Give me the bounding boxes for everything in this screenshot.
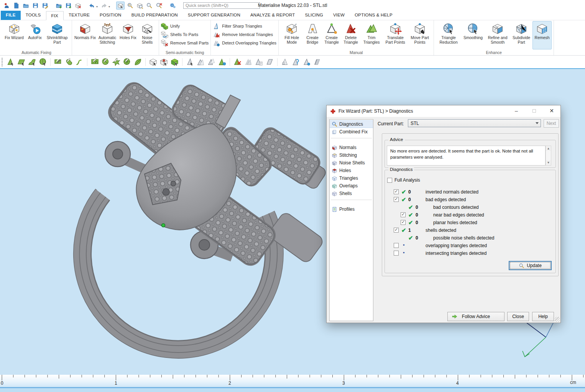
tab-support-generation[interactable]: SUPPORT GENERATION <box>183 11 245 20</box>
dialog-resize-grip[interactable] <box>555 317 560 322</box>
automatic-stitching-button[interactable]: Automatic Stitching <box>96 21 118 49</box>
mark-plane-icon[interactable] <box>17 57 26 66</box>
create-bridge-button[interactable]: Create Bridge <box>303 21 322 49</box>
tab-position[interactable]: POSITION <box>95 11 127 20</box>
dialog-titlebar[interactable]: Fix Wizard (Part: STL) > Diagnostics – ✕ <box>327 105 560 117</box>
translate-part-points-button[interactable]: Translate Part Points <box>383 21 408 49</box>
noise-shells-button[interactable]: Noise Shells <box>138 21 157 49</box>
smoothing-button[interactable]: Smoothing <box>461 21 485 49</box>
rectangle-marking-icon[interactable] <box>54 57 62 66</box>
open-file-icon[interactable] <box>21 2 30 10</box>
row-checkbox[interactable] <box>401 212 406 217</box>
unify-button[interactable]: Unify <box>161 22 209 30</box>
select-green-part-icon[interactable] <box>170 57 179 66</box>
zoom-part-icon[interactable] <box>135 2 144 10</box>
nav-triangles[interactable]: Triangles <box>330 174 373 182</box>
hole-outline-icon[interactable] <box>281 57 289 66</box>
nav-combined-fix[interactable]: Combined Fix <box>330 128 373 136</box>
row-checkbox[interactable] <box>394 251 399 256</box>
nav-overlaps[interactable]: Overlaps <box>330 182 373 190</box>
mark-surface-icon[interactable] <box>28 57 36 66</box>
help-button[interactable]: Help <box>532 312 554 321</box>
tab-slicing[interactable]: SLICING <box>300 11 328 20</box>
mark-triangle-icon[interactable] <box>6 57 15 66</box>
update-button[interactable]: Update <box>509 261 552 270</box>
flip-plane-icon[interactable] <box>313 57 322 66</box>
zoom-in-icon[interactable] <box>145 2 153 10</box>
brush-marking-icon[interactable] <box>101 57 110 66</box>
point-triangle-icon[interactable] <box>302 57 311 66</box>
select-marked-part-icon[interactable] <box>159 57 168 66</box>
nav-profiles[interactable]: Profiles <box>330 205 373 213</box>
ring-loop-left[interactable] <box>105 141 149 171</box>
undo-dropdown-icon[interactable]: ▾ <box>96 5 98 8</box>
ghost-triangles-icon[interactable] <box>244 57 253 66</box>
wheel-marking-icon[interactable] <box>123 57 131 66</box>
triangle-info-icon[interactable] <box>255 57 263 66</box>
tab-fix[interactable]: FIX <box>46 11 64 20</box>
dialog-close-icon[interactable]: ✕ <box>546 105 557 116</box>
toolbar-drag-handle[interactable] <box>2 58 3 66</box>
unzoom-icon[interactable] <box>154 2 163 10</box>
redo-dropdown-icon[interactable]: ▾ <box>108 5 110 8</box>
paint-triangles-icon[interactable] <box>291 57 300 66</box>
triangle-tool-1-icon[interactable] <box>186 57 194 66</box>
tab-view[interactable]: VIEW <box>328 11 350 20</box>
save-project-icon[interactable] <box>64 2 72 10</box>
redo-icon[interactable] <box>100 2 108 10</box>
dialog-maximize-button[interactable] <box>528 105 540 116</box>
full-analysis-row[interactable]: Full Analysis <box>387 177 420 183</box>
load-project-icon[interactable] <box>54 2 63 10</box>
nav-normals[interactable]: Normals <box>330 144 373 151</box>
mark-shell-icon[interactable] <box>38 57 47 66</box>
delete-triangle-button[interactable]: Delete Triangle <box>341 21 360 49</box>
tab-analyze-report[interactable]: ANALYZE & REPORT <box>245 11 300 20</box>
holes-fix-button[interactable]: Holes Fix <box>118 21 138 49</box>
triangle-tool-4-icon[interactable] <box>218 57 227 66</box>
delete-marked-icon[interactable] <box>233 57 242 66</box>
scroll-down-icon[interactable]: ▼ <box>546 160 551 165</box>
tab-texture[interactable]: TEXTURE <box>64 11 95 20</box>
new-document-icon[interactable] <box>12 2 20 10</box>
quick-search-input[interactable] <box>183 2 260 9</box>
select-mode-icon[interactable] <box>116 2 125 10</box>
fill-hole-mode-button[interactable]: Fill Hole Mode <box>281 21 303 49</box>
triangle-reduction-button[interactable]: Triangle Reduction <box>436 21 461 49</box>
row-checkbox[interactable] <box>394 197 399 202</box>
shells-to-parts-button[interactable]: Shells To Parts <box>161 31 209 38</box>
normals-fix-button[interactable]: Normals Fix <box>74 21 96 49</box>
move-part-points-button[interactable]: Move Part Points <box>408 21 432 49</box>
save-as-icon[interactable] <box>41 2 49 10</box>
window-marking-icon[interactable] <box>90 57 99 66</box>
triangle-tool-2-icon[interactable] <box>196 57 205 66</box>
tab-file[interactable]: FILE <box>1 11 21 20</box>
plane-tool-icon[interactable] <box>265 57 274 66</box>
nav-shells[interactable]: Shells <box>330 190 373 197</box>
detect-overlapping-triangles-button[interactable]: Detect Overlapping Triangles <box>213 39 276 47</box>
tab-options-help[interactable]: OPTIONS & HELP <box>350 11 398 20</box>
autofix-button[interactable]: AutoFix <box>25 21 44 49</box>
zoom-selection-icon[interactable] <box>126 2 134 10</box>
curve-marking-icon[interactable] <box>75 57 84 66</box>
freeform-marking-icon[interactable] <box>64 57 73 66</box>
row-checkbox[interactable] <box>394 189 399 194</box>
subdivide-part-button[interactable]: Subdivide Part <box>510 21 532 49</box>
smart-marking-icon[interactable] <box>112 57 121 66</box>
scroll-up-icon[interactable]: ▲ <box>546 146 551 151</box>
save-icon[interactable] <box>31 2 39 10</box>
follow-advice-button[interactable]: Follow Advice <box>447 312 504 321</box>
shrinkwrap-part-button[interactable]: ShrinkWrap Part <box>44 21 70 49</box>
filter-sharp-triangles-button[interactable]: Filter Sharp Triangles <box>213 22 276 30</box>
row-checkbox[interactable] <box>394 228 399 233</box>
nav-stitching[interactable]: Stitching <box>330 151 373 159</box>
remove-part-icon[interactable] <box>74 2 82 10</box>
close-button[interactable]: Close <box>507 312 529 321</box>
tab-build-preparation[interactable]: BUILD PREPARATION <box>127 11 183 20</box>
tab-tools[interactable]: TOOLS <box>21 11 46 20</box>
advice-scrollbar[interactable]: ▲ ▼ <box>546 146 551 166</box>
3d-viewport[interactable]: Fix Wizard (Part: STL) > Diagnostics – ✕… <box>0 68 585 375</box>
triangle-tool-3-icon[interactable] <box>207 57 216 66</box>
row-checkbox[interactable] <box>401 220 406 225</box>
selected-vertex-marker[interactable] <box>162 224 165 227</box>
select-part-icon[interactable] <box>149 57 158 66</box>
